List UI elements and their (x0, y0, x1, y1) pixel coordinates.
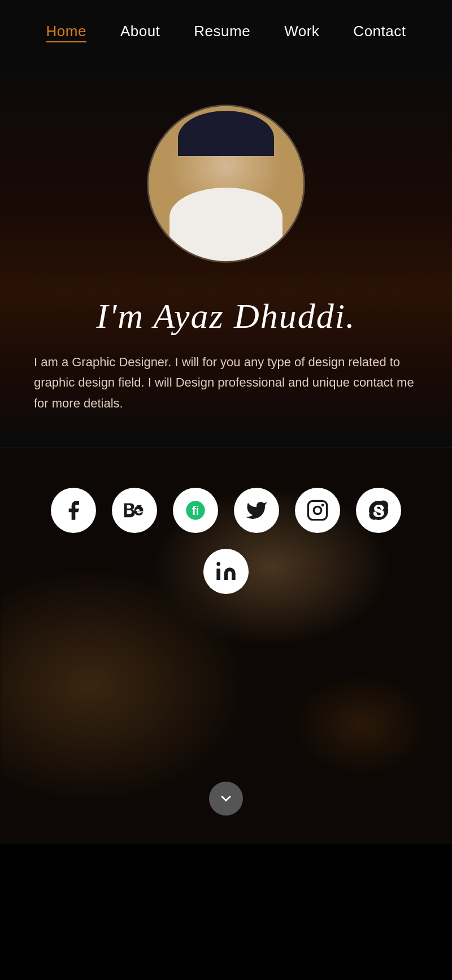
behance-icon[interactable] (112, 488, 157, 533)
facebook-icon[interactable] (51, 488, 96, 533)
svg-text:fi: fi (192, 504, 199, 518)
twitter-icon[interactable] (234, 488, 279, 533)
nav-home[interactable]: Home (46, 23, 86, 42)
avatar (147, 105, 305, 263)
hero-name: I'm Ayaz Dhuddi. (96, 297, 355, 335)
linkedin-icon[interactable] (203, 549, 249, 594)
hero-bio: I am a Graphic Designer. I will for you … (34, 352, 418, 414)
nav-resume[interactable]: Resume (194, 23, 250, 42)
scroll-down-button[interactable] (209, 782, 243, 816)
social-icons-container: fi (0, 448, 452, 594)
avatar-image (149, 106, 303, 261)
skype-icon[interactable] (356, 488, 401, 533)
svg-rect-2 (308, 501, 327, 519)
scroll-button-container (209, 782, 243, 816)
main-nav: Home About Resume Work Contact (0, 0, 452, 59)
fiverr-icon[interactable]: fi (173, 488, 218, 533)
svg-point-3 (314, 506, 321, 514)
nav-contact[interactable]: Contact (353, 23, 406, 42)
hero-section: I'm Ayaz Dhuddi. I am a Graphic Designer… (0, 59, 452, 448)
nav-about[interactable]: About (120, 23, 160, 42)
svg-point-5 (216, 562, 220, 566)
svg-point-4 (321, 504, 324, 506)
instagram-icon[interactable] (295, 488, 340, 533)
nav-work[interactable]: Work (284, 23, 319, 42)
social-section: fi (0, 448, 452, 844)
